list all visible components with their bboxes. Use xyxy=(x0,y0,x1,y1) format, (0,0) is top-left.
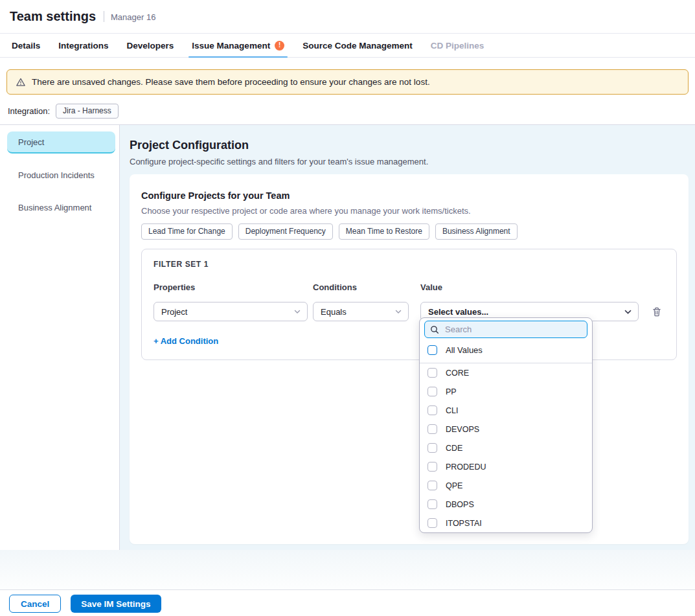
save-im-settings-button[interactable]: Save IM Settings xyxy=(71,595,161,613)
tab-cd-pipelines: CD Pipelines xyxy=(431,34,484,57)
banner-row: There are unsaved changes. Please save t… xyxy=(0,58,695,95)
option-qpe[interactable]: QPE xyxy=(420,476,592,495)
metric-chip-mean-time-to-restore[interactable]: Mean Time to Restore xyxy=(339,223,429,240)
option-itopstai[interactable]: ITOPSTAI xyxy=(420,514,592,532)
sidebar-item-production-incidents[interactable]: Production Incidents xyxy=(7,164,115,186)
checkbox[interactable] xyxy=(427,499,437,509)
sidebar-item-business-alignment[interactable]: Business Alignment xyxy=(7,196,115,218)
unsaved-alert-badge: ! xyxy=(275,41,284,51)
all-values-label: All Values xyxy=(446,345,483,355)
cancel-button[interactable]: Cancel xyxy=(9,595,61,613)
project-configuration-pane: Project Configuration Configure project-… xyxy=(120,125,695,550)
unsaved-changes-banner: There are unsaved changes. Please save t… xyxy=(6,69,689,95)
option-core[interactable]: CORE xyxy=(420,363,592,382)
value-column-label: Value xyxy=(420,282,639,292)
conditions-select[interactable]: Equals xyxy=(313,302,409,321)
trash-icon xyxy=(652,306,662,317)
section-subtitle: Configure project-specific settings and … xyxy=(130,157,689,166)
checkbox[interactable] xyxy=(427,424,437,434)
checkbox[interactable] xyxy=(427,462,437,472)
metric-chip-deployment-frequency[interactable]: Deployment Frequency xyxy=(238,223,333,240)
filter-column-labels: Properties Conditions Value xyxy=(154,282,665,292)
option-prodedu[interactable]: PRODEDU xyxy=(420,457,592,476)
title-separator xyxy=(104,11,104,22)
search-input[interactable] xyxy=(444,324,582,335)
integration-chip[interactable]: Jira - Harness xyxy=(56,104,119,119)
chevron-down-icon xyxy=(624,308,632,316)
page-title: Team settings xyxy=(10,9,96,24)
footer-actions: Cancel Save IM Settings xyxy=(0,589,695,616)
team-settings-page: Team settings Manager 16 Details Integra… xyxy=(0,0,695,616)
option-dbops[interactable]: DBOPS xyxy=(420,495,592,514)
properties-column-label: Properties xyxy=(154,282,313,292)
option-cli[interactable]: CLI xyxy=(420,401,592,420)
option-devops[interactable]: DEVOPS xyxy=(420,420,592,439)
option-cde[interactable]: CDE xyxy=(420,439,592,457)
filter-set-1: FILTER SET 1 Properties Conditions Value… xyxy=(141,249,677,360)
value-dropdown-panel: All Values CORE PP CLI DEVOPS CDE PRODED… xyxy=(419,317,593,533)
page-header: Team settings Manager 16 xyxy=(0,0,695,34)
checkbox[interactable] xyxy=(427,443,437,453)
tab-source-code-management[interactable]: Source Code Management xyxy=(302,34,413,57)
metric-chip-business-alignment[interactable]: Business Alignment xyxy=(435,223,518,240)
metric-chip-lead-time-for-change[interactable]: Lead Time for Change xyxy=(141,223,233,240)
banner-text: There are unsaved changes. Please save t… xyxy=(32,77,430,87)
configure-projects-card: Configure Projects for your Team Choose … xyxy=(130,174,689,544)
add-condition-button[interactable]: + Add Condition xyxy=(154,336,218,346)
all-values-checkbox[interactable] xyxy=(427,345,437,355)
tab-issue-management[interactable]: Issue Management ! xyxy=(192,34,284,57)
option-all-values[interactable]: All Values xyxy=(420,338,592,363)
checkbox[interactable] xyxy=(427,518,437,528)
card-title: Configure Projects for your Team xyxy=(141,190,677,201)
tab-integrations[interactable]: Integrations xyxy=(58,34,108,57)
section-title: Project Configuration xyxy=(130,139,689,152)
search-icon xyxy=(430,325,439,334)
integration-label: Integration: xyxy=(8,106,50,116)
tab-details[interactable]: Details xyxy=(12,34,40,57)
integration-row: Integration: Jira - Harness xyxy=(0,95,695,124)
option-pipe[interactable]: PIPE xyxy=(420,532,592,533)
metric-chips: Lead Time for Change Deployment Frequenc… xyxy=(141,223,677,240)
bottom-gradient-band xyxy=(0,550,695,589)
filter-set-title: FILTER SET 1 xyxy=(154,260,665,269)
chevron-down-icon xyxy=(293,308,301,315)
chevron-down-icon xyxy=(394,308,402,315)
settings-tabbar: Details Integrations Developers Issue Ma… xyxy=(0,34,695,58)
project-options-list: CORE PP CLI DEVOPS CDE PRODEDU QPE DBOPS… xyxy=(420,363,592,533)
checkbox[interactable] xyxy=(427,368,437,378)
config-sidebar: Project Production Incidents Business Al… xyxy=(0,125,120,550)
delete-condition-button[interactable] xyxy=(650,305,663,319)
option-pp[interactable]: PP xyxy=(420,382,592,401)
checkbox[interactable] xyxy=(427,387,437,396)
sidebar-item-project[interactable]: Project xyxy=(7,131,115,154)
warning-icon xyxy=(16,77,26,87)
checkbox[interactable] xyxy=(427,405,437,415)
card-subtitle: Choose your respective project or code a… xyxy=(141,206,677,216)
search-box[interactable] xyxy=(424,321,587,338)
properties-select[interactable]: Project xyxy=(154,302,308,321)
checkbox[interactable] xyxy=(427,481,437,490)
team-name: Manager 16 xyxy=(111,11,155,22)
conditions-column-label: Conditions xyxy=(313,282,420,292)
tab-developers[interactable]: Developers xyxy=(127,34,174,57)
